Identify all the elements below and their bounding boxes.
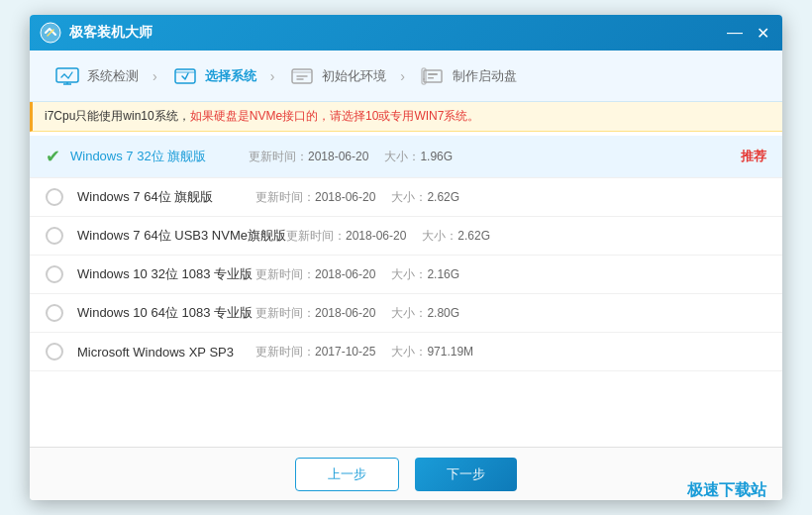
os-list: ✔ Windows 7 32位 旗舰版 更新时间：2018-06-20 大小：1… [30,132,782,447]
os-meta: 更新时间：2018-06-20 大小：2.16G [255,266,766,283]
close-button[interactable]: ✕ [753,23,772,43]
os-radio [46,188,63,206]
step3-label: 初始化环境 [322,67,386,85]
minimize-button[interactable]: — [725,23,745,43]
footer: 上一步 下一步 极速下载站 [30,447,782,500]
svg-rect-1 [56,68,78,82]
svg-rect-11 [428,73,438,75]
os-radio [46,304,63,322]
brand-label: 极速下载站 [687,480,766,500]
titlebar: 极客装机大师 — ✕ [30,15,782,51]
os-name: Windows 7 64位 USB3 NVMe旗舰版 [77,227,286,245]
prev-button[interactable]: 上一步 [295,458,399,491]
os-row[interactable]: Windows 7 64位 USB3 NVMe旗舰版 更新时间：2018-06-… [30,217,782,256]
os-row[interactable]: Windows 10 32位 1083 专业版 更新时间：2018-06-20 … [30,256,782,294]
step1-icon [53,65,81,87]
os-radio [46,265,63,283]
footer-buttons: 上一步 下一步 [295,458,517,491]
step2-label: 选择系统 [205,67,256,85]
warning-bar: i7Cpu只能使用win10系统，如果硬盘是NVMe接口的，请选择10或专用WI… [30,102,782,132]
os-name: Windows 10 32位 1083 专业版 [77,265,255,283]
update-label: 更新时间：2018-06-20 [255,266,375,283]
os-row[interactable]: Windows 7 64位 旗舰版 更新时间：2018-06-20 大小：2.6… [30,178,782,217]
warning-red-text: 如果硬盘是NVMe接口的，请选择10或专用WIN7系统。 [190,109,480,123]
os-name: Microsoft Windows XP SP3 [77,345,255,360]
step3-icon [288,65,316,87]
next-button[interactable]: 下一步 [415,458,517,491]
step-init-env[interactable]: 初始化环境 [280,61,394,91]
svg-rect-4 [175,69,195,83]
size-label: 大小：2.62G [391,189,459,206]
step4-icon [419,65,447,87]
os-meta: 更新时间：2018-06-20 大小：1.96G [249,149,741,165]
main-window: 极客装机大师 — ✕ 系统检测 › [30,15,782,500]
step-choose-system[interactable]: 选择系统 [163,61,264,91]
step-arrow-3: › [400,68,405,84]
window-controls: — ✕ [725,23,772,43]
os-name: Windows 10 64位 1083 专业版 [77,304,255,322]
update-label: 更新时间：2018-06-20 [286,228,406,245]
os-name: Windows 7 64位 旗舰版 [77,188,255,206]
step1-label: 系统检测 [87,67,139,85]
os-row[interactable]: ✔ Windows 7 32位 旗舰版 更新时间：2018-06-20 大小：1… [30,136,782,178]
os-row[interactable]: Microsoft Windows XP SP3 更新时间：2017-10-25… [30,333,782,371]
os-radio [46,343,63,360]
size-label: 大小：2.62G [422,228,490,245]
size-label: 大小：2.80G [391,305,459,322]
step4-label: 制作启动盘 [453,67,517,85]
update-label: 更新时间：2017-10-25 [255,344,375,360]
size-label: 大小：971.19M [391,344,473,360]
update-label: 更新时间：2018-06-20 [249,149,368,165]
step-navigation: 系统检测 › 选择系统 › [30,51,782,102]
os-name: Windows 7 32位 旗舰版 [70,148,249,165]
warning-normal-text: i7Cpu只能使用win10系统， [45,109,190,123]
size-label: 大小：1.96G [384,149,453,165]
os-meta: 更新时间：2017-10-25 大小：971.19M [255,344,766,360]
recommend-badge: 推荐 [741,148,766,165]
step-arrow-1: › [152,68,157,84]
os-meta: 更新时间：2018-06-20 大小：2.80G [255,305,766,322]
svg-rect-10 [424,70,442,82]
app-title: 极客装机大师 [69,24,725,42]
os-meta: 更新时间：2018-06-20 大小：2.62G [255,189,766,206]
svg-point-14 [423,78,425,80]
size-label: 大小：2.16G [391,266,459,283]
step-system-check[interactable]: 系统检测 [46,61,147,91]
step-make-boot[interactable]: 制作启动盘 [411,61,525,91]
selected-check-icon: ✔ [46,146,60,167]
os-row[interactable]: Windows 10 64位 1083 专业版 更新时间：2018-06-20 … [30,294,782,333]
svg-rect-12 [428,77,434,79]
step2-icon [171,65,199,87]
os-radio [46,227,63,245]
app-icon [40,22,61,44]
os-meta: 更新时间：2018-06-20 大小：2.62G [286,228,766,245]
update-label: 更新时间：2018-06-20 [255,305,375,322]
step-arrow-2: › [270,68,275,84]
update-label: 更新时间：2018-06-20 [255,189,375,206]
